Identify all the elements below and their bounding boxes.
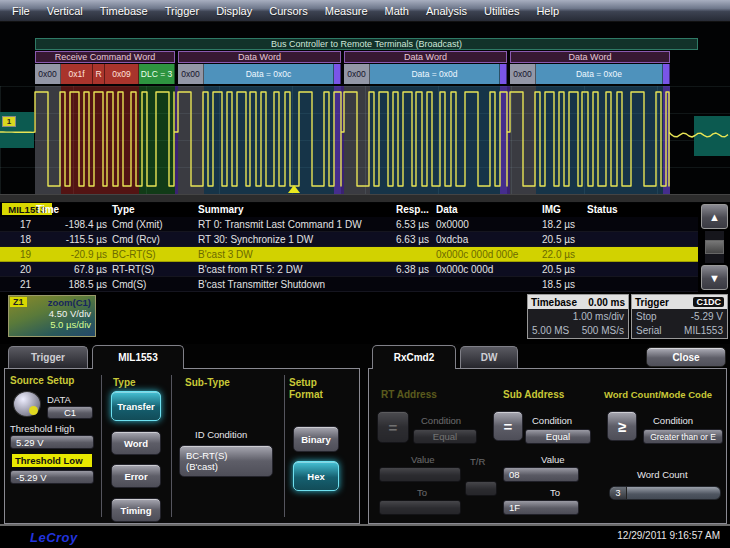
cell: BC-RT(S): [110, 247, 196, 261]
tab-trigger[interactable]: Trigger: [8, 346, 88, 368]
menu-item-utilities[interactable]: Utilities: [484, 5, 519, 17]
cell: [585, 262, 698, 276]
menu-item-timebase[interactable]: Timebase: [100, 5, 148, 17]
tr-field[interactable]: [465, 481, 497, 496]
menu-item-measure[interactable]: Measure: [325, 5, 368, 17]
table-row[interactable]: 18-115.5 µsCmd (Rcv)RT 30: Synchronize 1…: [0, 232, 698, 247]
rt-condition-label: Condition: [421, 415, 461, 426]
cell: -198.4 µs: [34, 217, 110, 231]
cell: 20: [0, 262, 34, 276]
scroll-track[interactable]: [705, 231, 724, 263]
decode-field-row: 0x000x1fR0x09DLC = 3: [35, 64, 175, 84]
sub-condition-field[interactable]: Equal: [525, 429, 591, 444]
cell: [434, 277, 540, 291]
sub-value-field[interactable]: 08: [503, 467, 579, 482]
sub-value-label: Value: [541, 454, 565, 465]
tab-dw[interactable]: DW: [460, 346, 518, 368]
cell: -20.9 µs: [34, 247, 110, 261]
id-condition-button[interactable]: BC-RT(S) (B'cast): [179, 445, 273, 477]
word-count-title: Word Count/Mode Code: [604, 389, 712, 400]
decode-field-data: Data = 0x0d: [370, 64, 500, 84]
decode-transfer-band: Bus Controller to Remote Terminals (Broa…: [35, 38, 698, 50]
column-header: Data: [434, 203, 540, 216]
trigger-descriptor[interactable]: Trigger C1DC Stop -5.29 V Serial MIL1553: [631, 294, 728, 339]
menu-item-cursors[interactable]: Cursors: [269, 5, 308, 17]
channel-marker[interactable]: 1: [2, 116, 16, 127]
rt-condition-field[interactable]: Equal: [413, 429, 477, 444]
decode-word-band: Data Word: [178, 51, 341, 63]
cell: B'cast from RT 5: 2 DW: [196, 262, 394, 276]
gte-icon[interactable]: ≥: [607, 411, 637, 441]
trigger-type-label: Serial: [636, 325, 662, 336]
type-button-error[interactable]: Error: [111, 464, 161, 488]
threshold-high-field[interactable]: 5.29 V: [10, 435, 94, 449]
threshold-low-label[interactable]: Threshold Low: [12, 454, 92, 467]
column-header: IMG: [540, 203, 585, 216]
wc-condition-field[interactable]: Greater than or E: [643, 429, 723, 444]
table-row[interactable]: 19-20.9 µsBC-RT(S)B'cast 3 DW0x000c 000d…: [0, 247, 698, 262]
decode-field-row: 0x00Data = 0x0c: [178, 64, 341, 84]
source-setup-title: Source Setup: [10, 375, 74, 386]
cell: 19: [0, 247, 34, 261]
cell: 0x000c 000d: [434, 262, 540, 276]
rt-equal-icon[interactable]: =: [377, 411, 409, 443]
timebase-descriptor[interactable]: Timebase 0.00 ms 1.00 ms/div 5.00 MS 500…: [527, 294, 629, 339]
table-row[interactable]: 17-198.4 µsCmd (Xmit)RT 0: Transmit Last…: [0, 217, 698, 232]
scroll-up-button[interactable]: ▲: [701, 204, 728, 229]
cell: 0x0000: [434, 217, 540, 231]
cell: B'cast Transmitter Shutdown: [196, 277, 394, 291]
table-row[interactable]: 21188.5 µsCmd(S)B'cast Transmitter Shutd…: [0, 277, 698, 292]
scroll-down-button[interactable]: ▼: [701, 265, 728, 290]
rt-value-label: Value: [411, 454, 435, 465]
sub-equal-icon[interactable]: =: [493, 411, 523, 441]
wc-count-label: Word Count: [637, 469, 688, 480]
menu-item-file[interactable]: File: [12, 5, 30, 17]
subtype-title: Sub-Type: [185, 377, 230, 388]
tab-mil1553[interactable]: MIL1553: [92, 345, 184, 369]
tab-rxcmd2[interactable]: RxCmd2: [372, 345, 456, 369]
threshold-low-field[interactable]: -5.29 V: [10, 470, 94, 484]
signal-trace: [0, 86, 730, 194]
table-row[interactable]: 2067.8 µsRT-RT(S)B'cast from RT 5: 2 DW6…: [0, 262, 698, 277]
menu-item-trigger[interactable]: Trigger: [165, 5, 199, 17]
menu-item-vertical[interactable]: Vertical: [47, 5, 83, 17]
cell: 67.8 µs: [34, 262, 110, 276]
decode-field-sync: 0x00: [344, 64, 370, 84]
cell: [585, 232, 698, 246]
id-condition-line1: BC-RT(S): [186, 450, 228, 461]
waveform-display: Bus Controller to Remote Terminals (Broa…: [0, 22, 730, 203]
source-field[interactable]: C1: [47, 406, 93, 419]
type-button-word[interactable]: Word: [111, 431, 161, 455]
clock: 12/29/2011 9:16:57 AM: [617, 530, 720, 541]
scroll-thumb[interactable]: [705, 240, 724, 254]
format-title: Setup Format: [289, 377, 345, 400]
trigger-level: -5.29 V: [691, 311, 723, 322]
format-button-binary[interactable]: Binary: [293, 426, 339, 452]
type-button-timing[interactable]: Timing: [111, 498, 161, 522]
timebase-scale: 1.00 ms/div: [573, 311, 624, 322]
format-button-hex[interactable]: Hex: [293, 461, 339, 491]
table-scrollbar[interactable]: ▲ ▼: [701, 204, 728, 290]
word-count-slider[interactable]: 3: [609, 486, 721, 500]
column-header: Type: [110, 203, 196, 216]
trigger-position-marker[interactable]: [288, 185, 300, 193]
trigger-type-value: MIL1553: [684, 325, 723, 336]
decode-field-boxes: 0x000x1fR0x09DLC = 30x00Data = 0x0c0x00D…: [35, 64, 673, 84]
sub-address-title: Sub Address: [503, 389, 564, 400]
menu-item-analysis[interactable]: Analysis: [426, 5, 467, 17]
close-button[interactable]: Close: [646, 347, 726, 367]
menu-item-help[interactable]: Help: [536, 5, 559, 17]
type-button-transfer[interactable]: Transfer: [111, 391, 161, 421]
trace-badge: Z1: [10, 297, 27, 307]
cell: RT-RT(S): [110, 262, 196, 276]
decode-field-parity: [500, 64, 507, 84]
menu-item-display[interactable]: Display: [216, 5, 252, 17]
menu-item-math[interactable]: Math: [385, 5, 409, 17]
rt-to-field[interactable]: [379, 500, 461, 515]
sub-to-field[interactable]: 1F: [503, 500, 579, 515]
decode-field-sync: 0x00: [178, 64, 204, 84]
source-knob[interactable]: [13, 391, 41, 417]
cell: 6.53 µs: [394, 217, 434, 231]
trace-descriptor[interactable]: Z1 zoom(C1) 4.50 V/div 5.0 µs/div: [8, 295, 96, 337]
rt-value-field[interactable]: [379, 467, 461, 482]
